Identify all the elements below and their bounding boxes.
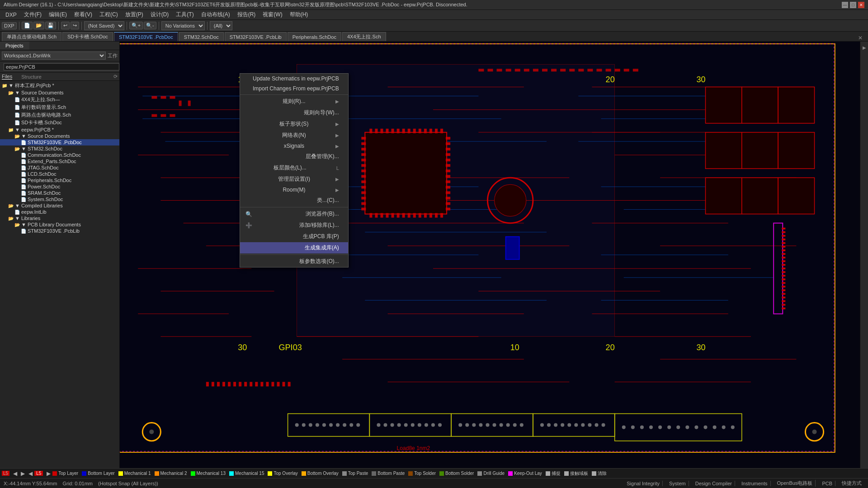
toolbar-zoom-out[interactable]: 🔍- xyxy=(144,22,156,29)
menu-item-11[interactable]: 帮助(H) xyxy=(286,10,312,19)
dropdown-item-12[interactable]: 🔍浏览器件(B)... xyxy=(240,208,348,220)
tree-item-21[interactable]: 📂▼ PCB Library Documents xyxy=(0,221,119,228)
tree-item-18[interactable]: 📂▼ Compiled Libraries xyxy=(0,202,119,209)
dropdown-item-15[interactable]: 生成集成库(A) xyxy=(240,242,348,253)
status-section-6[interactable]: 快捷方式 xyxy=(839,480,864,487)
tree-item-12[interactable]: 📄JTAG.SchDoc xyxy=(0,164,119,171)
right-panel-toggle[interactable]: ▶ xyxy=(861,43,868,52)
tree-item-1[interactable]: 📂▼ Source Documents xyxy=(0,89,119,96)
toolbar-zoom-in[interactable]: 🔍+ xyxy=(129,22,143,29)
tree-item-15[interactable]: 📄Power.SchDoc xyxy=(0,183,119,190)
dropdown-item-4[interactable]: 板子形状(S)▶ xyxy=(240,118,348,130)
dropdown-item-5[interactable]: 网络表(N)▶ xyxy=(240,130,348,141)
tree-item-10[interactable]: 📄Communication.SchDoc xyxy=(0,152,119,158)
layer-mechanical-15[interactable]: Mechanical 15 xyxy=(229,471,264,476)
status-section-4[interactable]: OpenBus电路板 xyxy=(774,480,816,487)
layer-drill-guide[interactable]: Drill Guide xyxy=(477,471,505,476)
tree-item-20[interactable]: 📂▼ Libraries xyxy=(0,215,119,221)
layer-nav-next[interactable]: ▶ xyxy=(19,470,27,477)
dropdown-item-7[interactable]: 层叠管理(K)... xyxy=(240,151,348,162)
layer-bottom-solder[interactable]: Bottom Solder xyxy=(439,471,474,476)
layer-top-overlay[interactable]: Top Overlay xyxy=(268,471,297,476)
menu-item-3[interactable]: 察看(V) xyxy=(71,10,96,19)
menu-item-1[interactable]: 文件(F) xyxy=(20,10,45,19)
menu-item-0[interactable]: DXP xyxy=(2,11,20,19)
tree-item-17[interactable]: 📄System.SchDoc xyxy=(0,196,119,202)
dropdown-item-2[interactable]: 规则(R)...▶ xyxy=(240,96,348,107)
layer-keep-out-lay[interactable]: Keep-Out Lay xyxy=(508,471,542,476)
tree-item-7[interactable]: 📂▼ Source Documents xyxy=(0,133,119,139)
maximize-button[interactable]: □ xyxy=(850,2,856,8)
close-all-tabs[interactable]: ✕ xyxy=(854,35,866,41)
layer-清除[interactable]: 清除 xyxy=(592,470,607,477)
layer-接触域板[interactable]: 接触域板 xyxy=(564,470,588,477)
tree-item-13[interactable]: 📄LCD.SchDoc xyxy=(0,171,119,177)
not-saved-select[interactable]: (Not Saved) xyxy=(84,21,124,30)
dropdown-item-8[interactable]: 板层颜色(L)...L xyxy=(240,162,348,174)
tree-item-0[interactable]: 📁▼ 样本工程.PrjPcb * xyxy=(0,82,119,89)
layer-mechanical-1[interactable]: Mechanical 1 xyxy=(118,471,151,476)
tab-0[interactable]: 单路点击驱动电路.Sch xyxy=(2,32,61,41)
dropdown-item-0[interactable]: Update Schematics in eepw.PrjPCB xyxy=(240,74,348,84)
structure-tab[interactable]: Structure xyxy=(21,74,42,80)
menu-item-4[interactable]: 工程(C) xyxy=(96,10,122,19)
status-section-3[interactable]: Instruments xyxy=(739,481,770,486)
dropdown-item-13[interactable]: ➕添加/移除库(L)... xyxy=(240,220,348,231)
menu-item-5[interactable]: 放置(P) xyxy=(122,10,147,19)
layer-top-solder[interactable]: Top Solder xyxy=(408,471,436,476)
toolbar-save[interactable]: 💾 xyxy=(45,22,56,29)
all-select[interactable]: (All) xyxy=(210,21,232,30)
layer-top-paste[interactable]: Top Paste xyxy=(342,471,368,476)
toolbar-btn-1[interactable]: DXP xyxy=(2,22,17,29)
tab-2[interactable]: STM32F103VE .PcbDoc xyxy=(114,32,178,41)
menu-item-8[interactable]: 自动布线(A) xyxy=(198,10,234,19)
dropdown-item-6[interactable]: xSignals▶ xyxy=(240,141,348,151)
layer-top-layer[interactable]: Top Layer xyxy=(52,471,78,476)
dropdown-item-16[interactable]: 板参数选项(O)... xyxy=(240,256,348,267)
tab-5[interactable]: Peripherals.SchDoc xyxy=(288,32,341,41)
layer-prev[interactable]: ◀ xyxy=(27,470,34,477)
status-section-2[interactable]: Design Compiler xyxy=(693,481,735,486)
tree-item-11[interactable]: 📄Extend_Parts.SchDoc xyxy=(0,158,119,164)
layer-bottom-paste[interactable]: Bottom Paste xyxy=(372,471,405,476)
tab-3[interactable]: STM32.SchDoc xyxy=(179,32,224,41)
tab-6[interactable]: 4X4无上拉.Sch xyxy=(342,32,386,41)
variations-select[interactable]: No Variations xyxy=(161,21,205,30)
dropdown-item-14[interactable]: 生成PCB 库(P) xyxy=(240,231,348,242)
project-name-input[interactable] xyxy=(4,63,119,70)
workspace-select[interactable]: Workspace1.DsnWrk xyxy=(2,52,106,60)
layer-mechanical-2[interactable]: Mechanical 2 xyxy=(155,471,187,476)
panel-tab-projects[interactable]: Projects xyxy=(0,42,29,50)
menu-item-6[interactable]: 设计(D) xyxy=(147,10,173,19)
refresh-icon[interactable]: ⟳ xyxy=(113,74,118,80)
dropdown-item-1[interactable]: Import Changes From eepw.PrjPCB xyxy=(240,84,348,94)
toolbar-new[interactable]: 📄 xyxy=(22,22,33,29)
dropdown-item-3[interactable]: 规则向导(W)... xyxy=(240,107,348,118)
status-section-1[interactable]: System xyxy=(666,481,689,486)
tree-item-4[interactable]: 📄两路点击驱动电路.Sch xyxy=(0,111,119,119)
layer-bottom-overlay[interactable]: Bottom Overlay xyxy=(302,471,339,476)
close-button[interactable]: ✕ xyxy=(858,2,864,8)
toolbar-open[interactable]: 📂 xyxy=(33,22,44,29)
tab-1[interactable]: SD卡卡槽.SchDoc xyxy=(62,32,113,41)
tree-item-22[interactable]: 📄STM32F103VE .PcbLib xyxy=(0,228,119,234)
tree-item-16[interactable]: 📄SRAM.SchDoc xyxy=(0,190,119,196)
dropdown-item-9[interactable]: 管理层设置(I)▶ xyxy=(240,174,348,185)
dropdown-item-11[interactable]: 类...(C)... xyxy=(240,195,348,206)
layer-nav-prev[interactable]: ◀ xyxy=(11,470,19,477)
layer-bottom-layer[interactable]: Bottom Layer xyxy=(82,471,114,476)
tree-item-3[interactable]: 📄单行数码管显示.Sch xyxy=(0,103,119,111)
pcb-area[interactable]: GPI02 GPI03 30 10 10 20 30 30 20 xyxy=(120,42,860,468)
tree-item-8[interactable]: 📄STM32F103VE .PcbDoc xyxy=(0,139,119,145)
dropdown-item-10[interactable]: Room(M)▶ xyxy=(240,185,348,195)
status-section-5[interactable]: PCB xyxy=(819,481,835,486)
menu-item-9[interactable]: 报告(R) xyxy=(234,10,259,19)
layer-捕捉[interactable]: 捕捉 xyxy=(546,470,561,477)
tree-item-19[interactable]: 📄eepw.IntLib xyxy=(0,209,119,215)
tree-item-9[interactable]: 📂▼ STM32.SchDoc xyxy=(0,145,119,152)
menu-item-7[interactable]: 工具(T) xyxy=(172,10,197,19)
toolbar-redo[interactable]: ↪ xyxy=(71,22,79,29)
tree-item-5[interactable]: 📄SD卡卡槽.SchDoc xyxy=(0,119,119,127)
tree-item-6[interactable]: 📁▼ eepw.PrjPCB * xyxy=(0,127,119,133)
status-section-0[interactable]: Signal Integrity xyxy=(624,481,663,486)
